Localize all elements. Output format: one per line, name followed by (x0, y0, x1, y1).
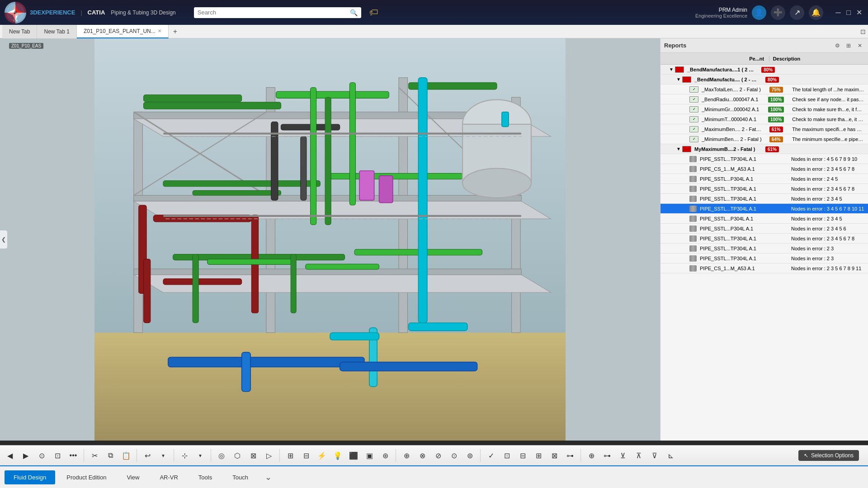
more-btn-3[interactable]: ⊻ (615, 448, 631, 463)
nav-fit-button[interactable]: ⊡ (50, 448, 65, 463)
report-btn-2[interactable]: ⊡ (499, 448, 514, 463)
toolbar-sep-2 (137, 449, 137, 462)
nav-play-button[interactable]: ⊙ (34, 448, 49, 463)
more-btn-2[interactable]: ⊶ (599, 448, 615, 463)
report-btn-3[interactable]: ⊟ (515, 448, 530, 463)
select-dropdown-button[interactable]: ▼ (193, 448, 208, 463)
paste-button[interactable]: 📋 (118, 448, 134, 463)
report-row[interactable]: PIPE_SSTL...TP304L A.1Nodes in error : 2… (660, 234, 868, 244)
tab-maximize-icon[interactable]: ⊡ (860, 28, 866, 35)
nav-more-button[interactable]: ••• (66, 448, 81, 463)
user-avatar[interactable]: 👤 (752, 5, 766, 20)
report-row[interactable]: ✓_MinimumT...000040 A.1100%Check to make… (660, 114, 868, 124)
viewport-3d[interactable]: ❮ Z01_P10_EAS (0, 38, 660, 441)
selection-options-widget[interactable]: ↖ Selection Options (798, 450, 859, 461)
nav-back-button[interactable]: ◀ (2, 448, 18, 463)
tab-close-icon[interactable]: ✕ (158, 28, 161, 33)
analysis-btn-3[interactable]: ⚡ (314, 448, 330, 463)
copy-button[interactable]: ⧉ (103, 448, 118, 463)
analysis-btn-7[interactable]: ⊛ (377, 448, 393, 463)
expand-icon[interactable]: ▼ (668, 66, 675, 73)
pipe-btn-4[interactable]: ⊙ (446, 448, 462, 463)
maximize-button[interactable]: □ (844, 8, 853, 17)
search-icon[interactable]: 🔍 (350, 9, 358, 16)
report-row[interactable]: PIPE_SSTL...TP304L A.1Nodes in error : 2… (660, 194, 868, 204)
more-btn-5[interactable]: ⊽ (647, 448, 662, 463)
row-name-label: PIPE_SSTL...TP304L A.1 (698, 186, 763, 192)
tab-view[interactable]: View (118, 470, 148, 484)
report-row[interactable]: PIPE_SSTL...TP304L A.1Nodes in error : 2… (660, 244, 868, 253)
report-row[interactable]: PIPE_SSTL...P304L A.1Nodes in error : 2 … (660, 224, 868, 234)
select-button[interactable]: ⊹ (177, 448, 192, 463)
more-btn-6[interactable]: ⊾ (663, 448, 678, 463)
analysis-btn-1[interactable]: ⊞ (283, 448, 298, 463)
report-row[interactable]: ✓_MinimumGr...000042 A.1100%Check to mak… (660, 104, 868, 114)
analysis-btn-6[interactable]: ▣ (362, 448, 377, 463)
tab-more-button[interactable]: ⌄ (262, 470, 275, 484)
report-row[interactable]: PIPE_SSTL...TP304L A.1Nodes in error : 2… (660, 184, 868, 194)
report-row[interactable]: ▼_BendManufactu.... ( 2 - Fatal )80% (660, 75, 868, 84)
expand-icon[interactable]: ▼ (675, 76, 682, 83)
undo-dropdown-button[interactable]: ▼ (156, 448, 171, 463)
tab-touch[interactable]: Touch (223, 470, 257, 484)
more-btn-4[interactable]: ⊼ (631, 448, 646, 463)
pipe-btn-1[interactable]: ⊕ (399, 448, 414, 463)
report-row[interactable]: PIPE_CS_1...M_A53 A.1Nodes in error : 2 … (660, 164, 868, 174)
reports-scroll-area[interactable]: ▼_BendManufactura....1 ( 2 - Fatal )80%▼… (660, 65, 868, 441)
svg-marker-2 (12, 13, 19, 21)
tab-new-tab[interactable]: New Tab (2, 25, 37, 38)
report-row[interactable]: PIPE_SSTL...TP304L A.1Nodes in error : 4… (660, 154, 868, 164)
compass-logo[interactable]: V.A (5, 2, 26, 23)
tab-ar-vr[interactable]: AR-VR (151, 470, 187, 484)
report-btn-6[interactable]: ⊶ (562, 448, 578, 463)
view-select-button[interactable]: ◎ (214, 448, 229, 463)
report-row[interactable]: PIPE_SSTL...TP304L A.1Nodes in error : 3… (660, 204, 868, 214)
tab-z01-plant[interactable]: Z01_P10_EAS_PLANT_UN... ✕ (77, 25, 169, 38)
reports-layout-icon[interactable]: ⊞ (844, 41, 853, 50)
bookmark-icon[interactable]: 🏷 (369, 7, 378, 18)
analysis-btn-4[interactable]: 💡 (330, 448, 345, 463)
reports-close-icon[interactable]: ✕ (855, 41, 864, 50)
undo-button[interactable]: ↩ (140, 448, 155, 463)
tab-product-edition[interactable]: Product Edition (57, 470, 115, 484)
view-render-button[interactable]: ⬡ (230, 448, 245, 463)
tab-new-tab-1[interactable]: New Tab 1 (37, 25, 76, 38)
nav-forward-button[interactable]: ▶ (18, 448, 33, 463)
analysis-btn-5[interactable]: ⬛ (346, 448, 361, 463)
tab-fluid-design[interactable]: Fluid Design (5, 470, 55, 484)
report-row[interactable]: PIPE_SSTL...TP304L A.1Nodes in error : 2… (660, 253, 868, 263)
view-mode-button[interactable]: ⊠ (245, 448, 261, 463)
pipe-btn-5[interactable]: ⊚ (462, 448, 477, 463)
row-badge: 64% (764, 136, 788, 142)
report-row[interactable]: ▼_BendManufactura....1 ( 2 - Fatal )80% (660, 65, 868, 75)
tab-tools[interactable]: Tools (189, 470, 221, 484)
report-row[interactable]: PIPE_SSTL...P304L A.1Nodes in error : 2 … (660, 214, 868, 224)
view-next-button[interactable]: ▷ (261, 448, 277, 463)
report-btn-1[interactable]: ✓ (483, 448, 499, 463)
report-btn-4[interactable]: ⊞ (531, 448, 546, 463)
report-row[interactable]: PIPE_CS_1...M_A53 A.1Nodes in error : 2 … (660, 263, 868, 273)
report-row[interactable]: ▼MyMaximumB....2 - Fatal )61% (660, 144, 868, 154)
tab-add-button[interactable]: + (169, 28, 182, 36)
more-btn-1[interactable]: ⊕ (584, 448, 599, 463)
notifications-icon[interactable]: 🔔 (809, 5, 823, 20)
pipe-btn-2[interactable]: ⊗ (415, 448, 430, 463)
pipe-icon (689, 196, 697, 202)
share-icon[interactable]: ↗ (790, 5, 804, 20)
cut-button[interactable]: ✂ (87, 448, 102, 463)
add-icon[interactable]: ➕ (771, 5, 785, 20)
report-row[interactable]: ✓_MinimumBen.... 2 - Fatal )64%The minim… (660, 134, 868, 144)
analysis-btn-2[interactable]: ⊟ (298, 448, 314, 463)
report-row[interactable]: ✓_BendRadiu...000047 A.1100%Check see if… (660, 94, 868, 104)
search-input[interactable] (198, 9, 350, 16)
pipe-btn-3[interactable]: ⊘ (430, 448, 446, 463)
report-row[interactable]: ✓_MaxTotalLen.... 2 - Fatal )75%The tota… (660, 84, 868, 94)
reports-settings-icon[interactable]: ⚙ (833, 41, 842, 50)
report-btn-5[interactable]: ⊠ (547, 448, 562, 463)
report-row[interactable]: PIPE_SSTL...P304L A.1Nodes in error : 2 … (660, 174, 868, 184)
expand-icon[interactable]: ▼ (675, 145, 682, 153)
left-collapse-button[interactable]: ❮ (0, 230, 7, 249)
report-row[interactable]: ✓_MaximumBen.... 2 - Fatal )61%The maxim… (660, 124, 868, 134)
close-button[interactable]: ✕ (854, 8, 863, 17)
minimize-button[interactable]: ─ (834, 8, 843, 17)
